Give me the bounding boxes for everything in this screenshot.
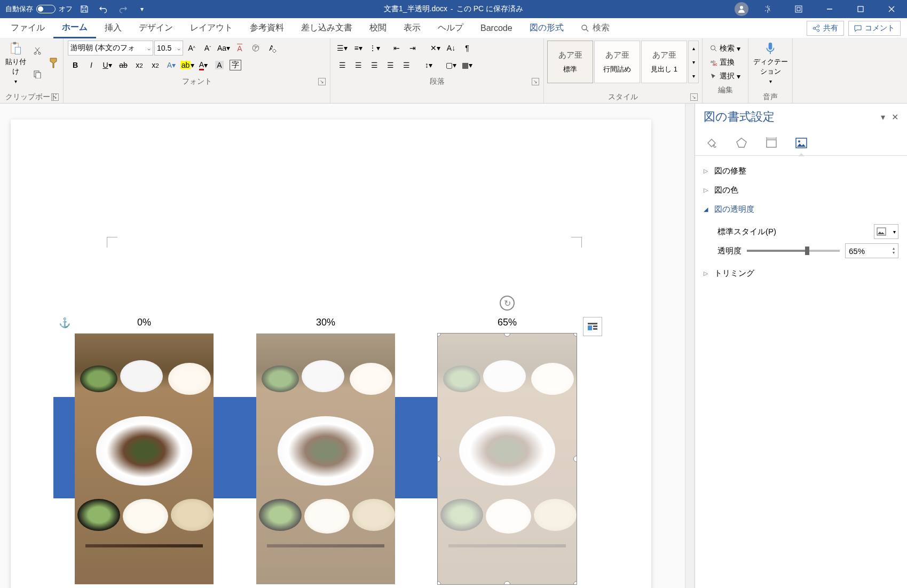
italic-button[interactable]: I — [84, 58, 99, 73]
maximize-button[interactable] — [845, 0, 876, 18]
minimize-button[interactable] — [814, 0, 845, 18]
style-scroll-up[interactable]: ▴ — [689, 41, 698, 55]
clear-format-button[interactable]: A◇ — [264, 41, 279, 55]
increase-indent-button[interactable]: ⇥ — [405, 41, 420, 55]
font-color-button[interactable]: A▾ — [196, 58, 211, 73]
superscript-button[interactable]: x2 — [148, 58, 163, 73]
account-button[interactable] — [731, 0, 752, 18]
handle-bm[interactable] — [504, 581, 510, 584]
qat-customize-button[interactable]: ▾ — [135, 2, 149, 17]
search-box[interactable]: 検索 — [572, 22, 618, 34]
handle-mr[interactable] — [573, 456, 577, 462]
find-button[interactable]: 検索▾ — [707, 42, 744, 55]
tab-layout[interactable]: レイアウト — [182, 18, 241, 38]
paragraph-launcher[interactable]: ↘ — [532, 78, 539, 85]
select-button[interactable]: 選択▾ — [707, 69, 744, 83]
tab-barcode[interactable]: Barcode — [472, 18, 521, 38]
tab-file[interactable]: ファイル — [2, 18, 53, 38]
copy-button[interactable] — [30, 63, 45, 85]
save-button[interactable] — [77, 2, 92, 17]
share-button[interactable]: 共有 — [807, 21, 844, 36]
enclosed-chars-button[interactable]: ㋐ — [248, 41, 263, 55]
bold-button[interactable]: B — [68, 58, 83, 73]
tab-home[interactable]: ホーム — [53, 18, 96, 38]
subscript-button[interactable]: x2 — [132, 58, 147, 73]
tab-references[interactable]: 参考資料 — [241, 18, 293, 38]
multilevel-button[interactable]: ⋮▾ — [367, 41, 382, 55]
styles-launcher[interactable]: ↘ — [690, 93, 698, 101]
style-normal[interactable]: あア亜 標準 — [547, 41, 593, 83]
comment-button[interactable]: コメント — [848, 21, 901, 36]
phonetic-guide-button[interactable]: A — [232, 41, 247, 55]
shading-button[interactable]: ▢▾ — [444, 58, 459, 73]
borders-button[interactable]: ▦▾ — [460, 58, 475, 73]
highlight-button[interactable]: ab▾ — [180, 58, 195, 73]
redo-button[interactable] — [115, 2, 130, 17]
show-marks-button[interactable]: ¶ — [460, 41, 475, 55]
dictate-button[interactable]: ディクテーション ▾ — [751, 39, 790, 86]
coming-soon-button[interactable] — [752, 0, 783, 18]
layout-options-button[interactable] — [583, 317, 602, 336]
style-gallery-expand[interactable]: ▴ ▾ ▾ — [688, 41, 699, 83]
char-border-button[interactable]: 字 — [228, 58, 243, 73]
clipboard-launcher[interactable]: ↘ — [51, 93, 59, 101]
style-no-spacing[interactable]: あア亜 行間詰め — [594, 41, 640, 83]
align-left-button[interactable]: ☰ — [335, 58, 350, 73]
section-transparency[interactable]: ◢図の透明度 — [704, 200, 898, 219]
ribbon-display-button[interactable] — [783, 0, 814, 18]
close-button[interactable] — [876, 0, 907, 18]
text-effects-button[interactable]: A▾ — [164, 58, 179, 73]
pane-tab-fill[interactable] — [704, 135, 720, 151]
align-right-button[interactable]: ☰ — [367, 58, 382, 73]
cut-button[interactable] — [30, 39, 45, 62]
tab-insert[interactable]: 挿入 — [96, 18, 130, 38]
document-canvas[interactable]: 0%⚓30%65%↻ — [0, 104, 685, 588]
section-crop[interactable]: ▷トリミング — [704, 264, 898, 283]
tab-mailings[interactable]: 差し込み文書 — [293, 18, 361, 38]
tab-review[interactable]: 校閲 — [361, 18, 395, 38]
justify-button[interactable]: ☰ — [383, 58, 398, 73]
shrink-font-button[interactable]: Aˇ — [200, 41, 215, 55]
char-shading-button[interactable]: A — [212, 58, 227, 73]
food-image-0[interactable] — [75, 333, 214, 584]
slider-thumb[interactable] — [805, 247, 809, 255]
sort-button[interactable]: A↓ — [444, 41, 459, 55]
style-scroll-down[interactable]: ▾ — [689, 55, 698, 69]
pane-tab-layout[interactable] — [763, 135, 779, 151]
autosave-toggle[interactable]: 自動保存 オフ — [5, 4, 73, 14]
align-center-button[interactable]: ☰ — [351, 58, 366, 73]
numbering-button[interactable]: ≡▾ — [351, 41, 366, 55]
format-painter-button[interactable] — [46, 39, 61, 86]
tab-design[interactable]: デザイン — [130, 18, 182, 38]
replace-button[interactable]: abac置換 — [707, 55, 744, 69]
pane-close-button[interactable]: ✕ — [892, 112, 898, 122]
pane-options-button[interactable]: ▾ — [881, 112, 885, 122]
underline-button[interactable]: U▾ — [100, 58, 115, 73]
asian-layout-button[interactable]: ✕▾ — [428, 41, 443, 55]
section-color[interactable]: ▷図の色 — [704, 180, 898, 200]
vertical-scrollbar[interactable] — [685, 104, 695, 588]
style-more[interactable]: ▾ — [689, 69, 698, 83]
food-image-1[interactable] — [256, 333, 395, 584]
transparency-spinner[interactable]: 65% ▴▾ — [845, 243, 898, 258]
line-spacing-button[interactable]: ↕▾ — [421, 58, 436, 73]
pane-tab-effects[interactable] — [734, 135, 750, 151]
tab-view[interactable]: 表示 — [395, 18, 429, 38]
font-size-combo[interactable]: 10.5⌵ — [154, 41, 183, 55]
section-corrections[interactable]: ▷図の修整 — [704, 161, 898, 180]
font-launcher[interactable]: ↘ — [318, 78, 326, 85]
rotate-handle[interactable]: ↻ — [500, 296, 515, 311]
transparency-slider[interactable] — [747, 250, 840, 252]
grow-font-button[interactable]: A^ — [184, 41, 199, 55]
distributed-button[interactable]: ☰ — [399, 58, 414, 73]
transparency-preset-button[interactable]: ▾ — [874, 224, 898, 239]
tab-picture-format[interactable]: 図の形式 — [521, 18, 572, 38]
tab-help[interactable]: ヘルプ — [429, 18, 472, 38]
pane-tab-picture[interactable] — [793, 135, 809, 151]
font-name-combo[interactable]: 游明朝 (本文のフォ⌵ — [68, 41, 153, 55]
paste-button[interactable]: 貼り付け ▾ — [2, 39, 29, 86]
food-image-2[interactable] — [438, 333, 577, 584]
decrease-indent-button[interactable]: ⇤ — [389, 41, 404, 55]
style-heading-1[interactable]: あア亜 見出し 1 — [641, 41, 687, 83]
strikethrough-button[interactable]: ab — [116, 58, 131, 73]
